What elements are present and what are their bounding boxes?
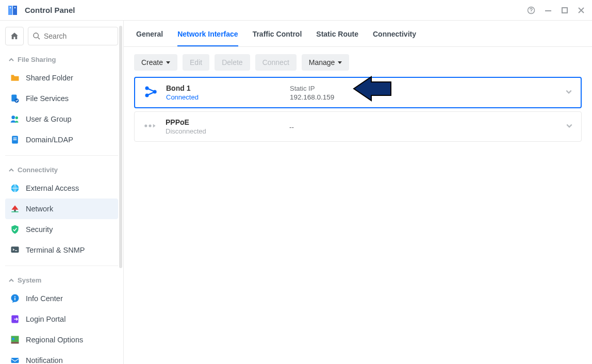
sidebar-item-label: File Services [26,94,69,103]
folder-icon [9,72,21,84]
sidebar-item-label: Info Center [26,294,63,303]
bond-icon [143,85,166,101]
sidebar-item-label: Regional Options [26,336,83,344]
help-icon[interactable] [527,6,535,14]
shield-icon [9,224,21,235]
svg-point-23 [12,338,14,340]
interface-status: Connected [166,93,290,101]
scrollbar[interactable] [119,26,122,268]
search-icon [32,32,41,40]
sidebar-item-terminal-snmp[interactable]: Terminal & SNMP [5,240,118,260]
svg-rect-18 [11,246,19,253]
svg-rect-25 [11,358,19,363]
caret-down-icon [166,61,170,64]
chevron-down-icon[interactable] [565,88,572,97]
tab-network-interface[interactable]: Network Interface [177,30,238,46]
sidebar-item-label: Network [26,205,53,213]
sidebar-item-notification[interactable]: Notification [5,350,118,364]
tabs: General Network Interface Traffic Contro… [124,21,592,47]
svg-rect-1 [13,6,17,15]
sidebar-item-label: Domain/LDAP [26,136,73,144]
tab-connectivity[interactable]: Connectivity [373,30,416,46]
terminal-icon [9,244,21,256]
window-title: Control Panel [25,6,75,14]
svg-point-29 [144,124,147,127]
sidebar-item-security[interactable]: Security [5,219,118,240]
interface-list: Bond 1 Connected Static IP 192.168.0.159… [124,77,592,145]
svg-rect-17 [14,210,15,211]
sidebar-item-shared-folder[interactable]: Shared Folder [5,68,118,88]
interface-name: Bond 1 [166,84,290,92]
section-label: System [18,276,41,284]
svg-point-30 [149,124,151,127]
tab-traffic-control[interactable]: Traffic Control [253,30,302,46]
section-label: File Sharing [18,56,56,63]
svg-rect-15 [13,139,17,140]
section-file-sharing[interactable]: File Sharing [5,51,118,68]
svg-rect-24 [11,342,19,343]
divider [5,266,118,266]
delete-button[interactable]: Delete [215,54,250,71]
search-input[interactable] [44,32,113,40]
interface-status: Disconnected [166,127,289,135]
main-panel: General Network Interface Traffic Contro… [124,21,592,364]
interface-row-pppoe[interactable]: PPPoE Disconnected -- [134,111,582,142]
connect-button[interactable]: Connect [255,54,297,71]
sidebar-item-regional-options[interactable]: Regional Options [5,329,118,350]
file-services-icon [9,93,21,104]
sidebar-item-label: Shared Folder [26,74,73,82]
create-button[interactable]: Create [134,54,177,71]
interface-name: PPPoE [166,118,289,126]
manage-button[interactable]: Manage [302,54,350,71]
users-icon [9,113,21,125]
interface-ip: 192.168.0.159 [290,93,557,101]
interface-ip: -- [289,123,557,131]
svg-point-12 [15,117,18,119]
sidebar-item-file-services[interactable]: File Services [5,88,118,109]
svg-rect-19 [14,297,15,300]
sidebar-item-label: User & Group [26,115,72,123]
sidebar-item-label: Security [26,225,53,234]
maximize-icon[interactable] [561,7,568,14]
login-icon [9,313,21,325]
sidebar: File Sharing Shared Folder File Services… [0,21,124,364]
toolbar: Create Edit Delete Connect Manage [124,47,592,77]
section-connectivity[interactable]: Connectivity [5,161,118,178]
tab-static-route[interactable]: Static Route [316,30,358,46]
sidebar-item-user-group[interactable]: User & Group [5,109,118,129]
svg-rect-0 [8,6,12,15]
sidebar-item-login-portal[interactable]: Login Portal [5,309,118,329]
titlebar: Control Panel [0,0,592,21]
interface-row-bond1[interactable]: Bond 1 Connected Static IP 192.168.0.159 [134,77,582,108]
edit-button[interactable]: Edit [183,54,209,71]
section-system[interactable]: System [5,271,118,288]
notification-icon [9,355,21,364]
sidebar-item-label: Notification [26,356,63,364]
sidebar-item-external-access[interactable]: External Access [5,178,118,198]
section-label: Connectivity [18,166,58,174]
home-button[interactable] [5,27,24,45]
svg-rect-14 [13,138,17,139]
chevron-up-icon [8,277,14,284]
interface-ip-type: Static IP [290,85,557,92]
sidebar-item-info-center[interactable]: Info Center [5,288,118,309]
sidebar-item-network[interactable]: Network [5,198,118,219]
divider [5,155,118,156]
window-controls [527,6,585,14]
sidebar-item-domain-ldap[interactable]: Domain/LDAP [5,129,118,150]
info-icon [9,293,21,304]
svg-rect-7 [562,8,567,13]
search-input-wrap[interactable] [28,27,118,45]
tab-general[interactable]: General [136,30,163,46]
network-icon [9,203,21,214]
close-icon[interactable] [578,7,585,14]
manage-label: Manage [309,58,335,67]
minimize-icon[interactable] [545,7,552,14]
chevron-down-icon[interactable] [566,122,573,131]
svg-point-20 [14,296,15,297]
svg-point-2 [10,7,11,8]
svg-point-3 [14,7,15,8]
create-label: Create [141,58,163,67]
sidebar-item-label: Terminal & SNMP [26,246,85,254]
svg-rect-6 [545,10,551,11]
